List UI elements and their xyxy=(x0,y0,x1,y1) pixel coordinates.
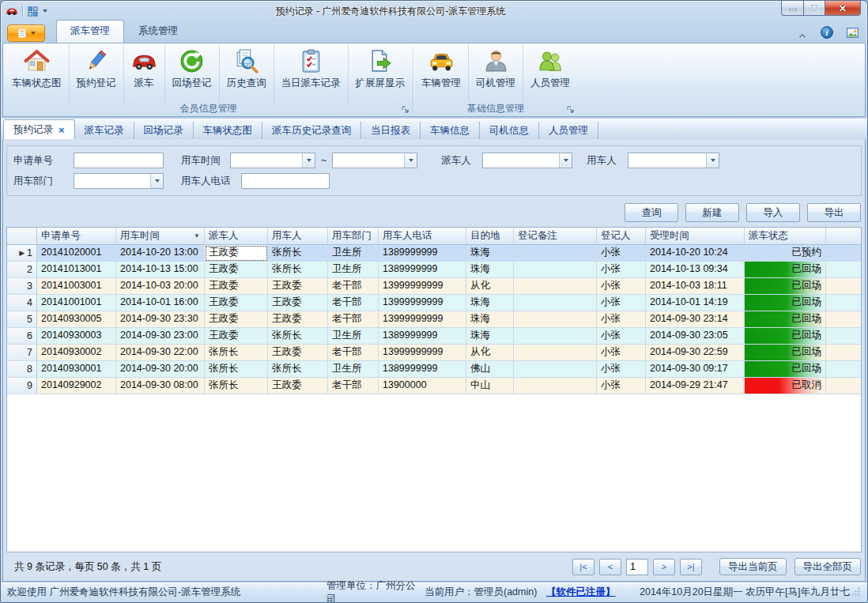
use-time-to-input[interactable] xyxy=(333,153,404,168)
chevron-down-icon[interactable] xyxy=(404,153,417,168)
cell[interactable]: 1389999999 xyxy=(379,361,466,378)
chevron-down-icon[interactable] xyxy=(706,153,719,168)
cell[interactable]: 1389999999 xyxy=(379,328,466,345)
cell[interactable]: 13900000 xyxy=(379,378,466,394)
cell[interactable]: 小张 xyxy=(597,345,646,361)
cell[interactable]: 20141001001 xyxy=(37,295,116,311)
cell[interactable]: 小张 xyxy=(597,311,646,328)
cell[interactable]: 2014-09-30 23:00 xyxy=(116,328,205,345)
cell[interactable]: 王政委 xyxy=(268,345,328,361)
cell[interactable]: 小张 xyxy=(597,295,646,311)
cell[interactable] xyxy=(514,328,597,345)
ribbon-button-vehicle-status-map[interactable]: 车辆状态图 xyxy=(5,44,70,102)
row-indicator[interactable]: 5 xyxy=(7,311,37,328)
column-header-1[interactable]: 申请单号 xyxy=(37,228,116,244)
style-icon[interactable] xyxy=(846,26,859,39)
cell[interactable]: 2014-10-03 20:00 xyxy=(116,278,205,295)
doc-tab-6[interactable]: 当日报表 xyxy=(361,122,421,139)
column-header-2[interactable]: 用车时间▼ xyxy=(116,228,205,244)
table-row-1[interactable]: ▶1201410200012014-10-20 13:00王政委张所长卫生所13… xyxy=(7,245,861,262)
minimize-button[interactable] xyxy=(781,1,804,16)
column-header-6[interactable]: 用车人电话 xyxy=(379,228,466,244)
new-button[interactable]: 新建 xyxy=(685,203,739,222)
cell[interactable]: 小张 xyxy=(597,328,646,345)
cell[interactable]: 13999999999 xyxy=(379,295,466,311)
cell[interactable]: 13999999999 xyxy=(379,345,466,361)
cell[interactable]: 老干部 xyxy=(328,311,379,328)
cell[interactable]: 卫生所 xyxy=(328,262,379,278)
column-header-8[interactable]: 登记备注 xyxy=(514,228,597,244)
ribbon-button-extended-screen[interactable]: 扩展屏显示 xyxy=(349,44,413,102)
cell[interactable]: 从化 xyxy=(466,345,514,361)
cell[interactable]: 从化 xyxy=(466,278,514,295)
cell[interactable]: 王政委 xyxy=(268,378,328,394)
cell[interactable]: 张所长 xyxy=(268,245,328,262)
doc-tab-1[interactable]: 预约记录× xyxy=(3,119,75,139)
application-no-input[interactable] xyxy=(74,153,164,168)
layout-icon[interactable] xyxy=(27,6,39,17)
ribbon-button-return-registration[interactable]: 回场登记 xyxy=(165,44,220,102)
column-header-9[interactable]: 登记人 xyxy=(597,228,646,244)
cell[interactable]: 卫生所 xyxy=(328,245,379,262)
row-indicator[interactable]: 4 xyxy=(7,295,37,311)
doc-tab-5[interactable]: 派车历史记录查询 xyxy=(262,122,361,139)
next-page-button[interactable]: > xyxy=(653,559,675,575)
cell[interactable]: 张所长 xyxy=(268,262,328,278)
car-user-input[interactable] xyxy=(628,153,706,168)
cell[interactable]: 珠海 xyxy=(466,311,514,328)
department-combo[interactable] xyxy=(74,173,164,189)
import-button[interactable]: 导入 xyxy=(746,203,800,222)
status-cell[interactable]: 已回场 xyxy=(745,278,826,295)
cell[interactable]: 2014-10-03 18:11 xyxy=(646,278,745,295)
license-link[interactable]: 【软件已注册】 xyxy=(546,586,640,599)
user-phone-input[interactable] xyxy=(241,173,330,189)
column-header-10[interactable]: 受理时间 xyxy=(646,228,745,244)
cell[interactable]: 王政委 xyxy=(205,245,268,262)
cell[interactable]: 20140930001 xyxy=(37,361,116,378)
resize-grip-icon[interactable] xyxy=(851,586,861,599)
chevron-down-icon[interactable] xyxy=(559,153,572,168)
status-cell[interactable]: 已回场 xyxy=(745,361,826,378)
cell[interactable]: 1389999999 xyxy=(379,245,466,262)
use-time-to-combo[interactable] xyxy=(332,153,417,168)
table-row-3[interactable]: 3201410030012014-10-03 20:00王政委王政委老干部139… xyxy=(7,278,861,295)
cell[interactable]: 张所长 xyxy=(205,345,268,361)
cell[interactable]: 2014-09-30 09:17 xyxy=(646,361,745,378)
cell[interactable]: 老干部 xyxy=(328,345,379,361)
cell[interactable]: 王政委 xyxy=(205,311,268,328)
column-header-3[interactable]: 派车人 xyxy=(205,228,268,244)
cell[interactable]: 2014-10-20 10:24 xyxy=(646,245,745,262)
dialog-launcher-icon[interactable] xyxy=(565,104,575,114)
cell[interactable]: 张所长 xyxy=(205,378,268,394)
cell[interactable]: 珠海 xyxy=(466,245,514,262)
cell[interactable]: 佛山 xyxy=(466,361,514,378)
status-cell[interactable]: 已回场 xyxy=(745,295,826,311)
table-row-8[interactable]: 8201409300012014-09-30 20:00张所长张所长卫生所138… xyxy=(7,361,861,378)
chevron-down-icon[interactable] xyxy=(302,153,315,168)
cell[interactable]: 20140930005 xyxy=(37,311,116,328)
cell[interactable]: 2014-09-30 22:00 xyxy=(116,345,205,361)
ribbon-button-driver-management[interactable]: 司机管理 xyxy=(469,44,523,102)
row-indicator[interactable]: 2 xyxy=(7,262,37,278)
table-row-7[interactable]: 7201409300022014-09-30 22:00张所长王政委老干部139… xyxy=(7,345,861,361)
query-button[interactable]: 查询 xyxy=(625,203,678,222)
cell[interactable]: 小张 xyxy=(597,361,646,378)
cell[interactable]: 珠海 xyxy=(466,295,514,311)
cell[interactable] xyxy=(514,295,597,311)
cell[interactable]: 2014-09-29 21:47 xyxy=(646,378,745,394)
status-cell[interactable]: 已回场 xyxy=(745,262,826,278)
cell[interactable]: 小张 xyxy=(597,378,646,394)
cell[interactable]: 老干部 xyxy=(328,278,379,295)
doc-tab-2[interactable]: 派车记录 xyxy=(75,122,134,139)
cell[interactable]: 卫生所 xyxy=(328,328,379,345)
cell[interactable]: 13999999999 xyxy=(379,278,466,295)
cell[interactable]: 1389999999 xyxy=(379,262,466,278)
close-button[interactable] xyxy=(825,1,861,16)
cell[interactable]: 小张 xyxy=(597,278,646,295)
application-menu-button[interactable] xyxy=(7,24,45,42)
cell[interactable]: 中山 xyxy=(466,378,514,394)
last-page-button[interactable]: >| xyxy=(680,559,702,575)
department-input[interactable] xyxy=(74,174,150,188)
cell[interactable]: 老干部 xyxy=(328,378,379,394)
cell[interactable] xyxy=(514,278,597,295)
